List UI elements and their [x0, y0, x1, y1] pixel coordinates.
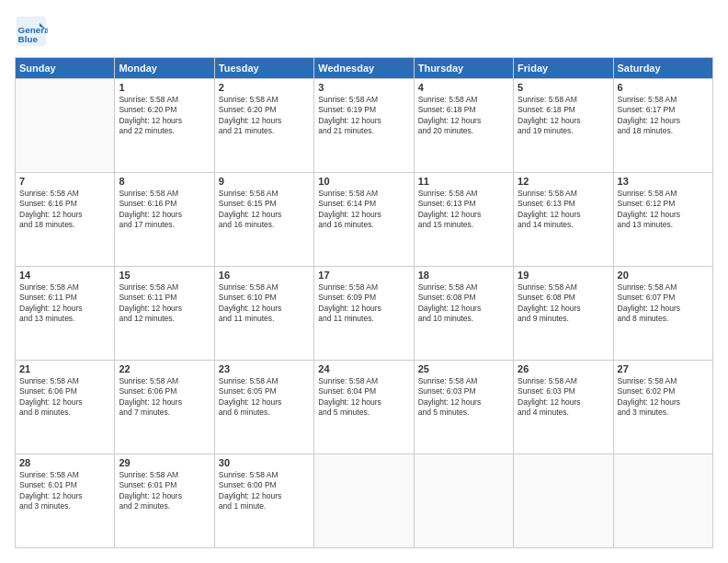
day-info: Sunrise: 5:58 AM Sunset: 6:19 PM Dayligh…	[318, 95, 409, 137]
day-info: Sunrise: 5:58 AM Sunset: 6:14 PM Dayligh…	[318, 189, 409, 231]
day-number: 28	[19, 457, 110, 468]
day-info: Sunrise: 5:58 AM Sunset: 6:05 PM Dayligh…	[219, 376, 310, 419]
day-number: 14	[19, 270, 110, 281]
day-info: Sunrise: 5:58 AM Sunset: 6:15 PM Dayligh…	[219, 189, 310, 231]
day-info: Sunrise: 5:58 AM Sunset: 6:01 PM Dayligh…	[119, 470, 210, 512]
day-info: Sunrise: 5:58 AM Sunset: 6:20 PM Dayligh…	[119, 95, 210, 137]
day-info: Sunrise: 5:58 AM Sunset: 6:16 PM Dayligh…	[19, 189, 110, 231]
day-number: 10	[318, 176, 409, 187]
day-number: 16	[219, 270, 310, 281]
calendar-day-cell: 26Sunrise: 5:58 AM Sunset: 6:03 PM Dayli…	[514, 361, 613, 454]
calendar-header-cell: Sunday	[16, 58, 115, 79]
calendar-day-cell: 10Sunrise: 5:58 AM Sunset: 6:14 PM Dayli…	[314, 173, 414, 267]
calendar-week-row: 14Sunrise: 5:58 AM Sunset: 6:11 PM Dayli…	[16, 267, 713, 361]
day-info: Sunrise: 5:58 AM Sunset: 6:08 PM Dayligh…	[418, 282, 509, 325]
day-number: 18	[418, 270, 509, 281]
calendar-day-cell	[414, 454, 513, 548]
calendar-day-cell: 12Sunrise: 5:58 AM Sunset: 6:13 PM Dayli…	[514, 173, 613, 267]
calendar-header-cell: Friday	[514, 58, 613, 79]
svg-text:Blue: Blue	[18, 34, 39, 44]
calendar-day-cell: 7Sunrise: 5:58 AM Sunset: 6:16 PM Daylig…	[16, 173, 115, 267]
day-number: 5	[518, 82, 609, 93]
day-number: 24	[318, 363, 409, 374]
day-info: Sunrise: 5:58 AM Sunset: 6:10 PM Dayligh…	[219, 282, 310, 325]
day-info: Sunrise: 5:58 AM Sunset: 6:03 PM Dayligh…	[518, 376, 609, 419]
day-info: Sunrise: 5:58 AM Sunset: 6:11 PM Dayligh…	[19, 282, 110, 325]
day-info: Sunrise: 5:58 AM Sunset: 6:06 PM Dayligh…	[19, 376, 110, 419]
day-info: Sunrise: 5:58 AM Sunset: 6:12 PM Dayligh…	[618, 189, 709, 231]
calendar-day-cell: 3Sunrise: 5:58 AM Sunset: 6:19 PM Daylig…	[314, 79, 414, 173]
calendar-day-cell: 13Sunrise: 5:58 AM Sunset: 6:12 PM Dayli…	[613, 173, 712, 267]
day-number: 15	[119, 270, 210, 281]
day-number: 12	[518, 176, 609, 187]
calendar-day-cell: 18Sunrise: 5:58 AM Sunset: 6:08 PM Dayli…	[414, 267, 513, 361]
calendar-header-cell: Thursday	[414, 58, 513, 79]
day-number: 20	[618, 270, 709, 281]
calendar-day-cell: 19Sunrise: 5:58 AM Sunset: 6:08 PM Dayli…	[514, 267, 613, 361]
day-info: Sunrise: 5:58 AM Sunset: 6:11 PM Dayligh…	[119, 282, 210, 325]
day-info: Sunrise: 5:58 AM Sunset: 6:09 PM Dayligh…	[318, 282, 409, 325]
day-number: 19	[518, 270, 609, 281]
day-info: Sunrise: 5:58 AM Sunset: 6:02 PM Dayligh…	[618, 376, 709, 419]
day-info: Sunrise: 5:58 AM Sunset: 6:01 PM Dayligh…	[19, 470, 110, 512]
day-info: Sunrise: 5:58 AM Sunset: 6:18 PM Dayligh…	[518, 95, 609, 137]
day-number: 13	[618, 176, 709, 187]
day-number: 4	[418, 82, 509, 93]
day-number: 23	[219, 363, 310, 374]
day-info: Sunrise: 5:58 AM Sunset: 6:06 PM Dayligh…	[119, 376, 210, 419]
day-number: 3	[318, 82, 409, 93]
calendar-day-cell: 23Sunrise: 5:58 AM Sunset: 6:05 PM Dayli…	[214, 361, 313, 454]
logo-icon: General Blue	[15, 15, 48, 48]
calendar-week-row: 7Sunrise: 5:58 AM Sunset: 6:16 PM Daylig…	[16, 173, 713, 267]
calendar-day-cell: 25Sunrise: 5:58 AM Sunset: 6:03 PM Dayli…	[414, 361, 513, 454]
day-info: Sunrise: 5:58 AM Sunset: 6:08 PM Dayligh…	[518, 282, 609, 325]
calendar-day-cell: 22Sunrise: 5:58 AM Sunset: 6:06 PM Dayli…	[115, 361, 214, 454]
day-info: Sunrise: 5:58 AM Sunset: 6:16 PM Dayligh…	[119, 189, 210, 231]
calendar-header-cell: Saturday	[613, 58, 712, 79]
calendar-day-cell: 20Sunrise: 5:58 AM Sunset: 6:07 PM Dayli…	[613, 267, 712, 361]
calendar-day-cell: 5Sunrise: 5:58 AM Sunset: 6:18 PM Daylig…	[514, 79, 613, 173]
day-number: 21	[19, 363, 110, 374]
calendar-day-cell: 30Sunrise: 5:58 AM Sunset: 6:00 PM Dayli…	[214, 454, 313, 548]
calendar-day-cell: 16Sunrise: 5:58 AM Sunset: 6:10 PM Dayli…	[214, 267, 313, 361]
page: General Blue SundayMondayTuesdayWednesda…	[0, 0, 728, 563]
day-number: 27	[618, 363, 709, 374]
calendar-day-cell: 24Sunrise: 5:58 AM Sunset: 6:04 PM Dayli…	[314, 361, 414, 454]
day-number: 2	[219, 82, 310, 93]
day-info: Sunrise: 5:58 AM Sunset: 6:00 PM Dayligh…	[219, 470, 310, 512]
calendar-day-cell	[16, 79, 115, 173]
calendar-header-cell: Tuesday	[214, 58, 313, 79]
calendar-day-cell: 17Sunrise: 5:58 AM Sunset: 6:09 PM Dayli…	[314, 267, 414, 361]
day-number: 17	[318, 270, 409, 281]
day-info: Sunrise: 5:58 AM Sunset: 6:18 PM Dayligh…	[418, 95, 509, 137]
calendar-week-row: 21Sunrise: 5:58 AM Sunset: 6:06 PM Dayli…	[16, 361, 713, 454]
calendar-header-cell: Wednesday	[314, 58, 414, 79]
calendar-day-cell: 6Sunrise: 5:58 AM Sunset: 6:17 PM Daylig…	[613, 79, 712, 173]
calendar-day-cell: 27Sunrise: 5:58 AM Sunset: 6:02 PM Dayli…	[613, 361, 712, 454]
calendar-week-row: 28Sunrise: 5:58 AM Sunset: 6:01 PM Dayli…	[16, 454, 713, 548]
calendar-day-cell: 15Sunrise: 5:58 AM Sunset: 6:11 PM Dayli…	[115, 267, 214, 361]
calendar-day-cell	[314, 454, 414, 548]
day-info: Sunrise: 5:58 AM Sunset: 6:04 PM Dayligh…	[318, 376, 409, 419]
calendar-day-cell	[514, 454, 613, 548]
day-number: 7	[19, 176, 110, 187]
calendar-table: SundayMondayTuesdayWednesdayThursdayFrid…	[15, 57, 713, 548]
header: General Blue	[15, 15, 713, 48]
day-number: 26	[518, 363, 609, 374]
day-info: Sunrise: 5:58 AM Sunset: 6:13 PM Dayligh…	[518, 189, 609, 231]
calendar-day-cell	[613, 454, 712, 548]
day-number: 8	[119, 176, 210, 187]
day-info: Sunrise: 5:58 AM Sunset: 6:17 PM Dayligh…	[618, 95, 709, 137]
day-number: 25	[418, 363, 509, 374]
day-info: Sunrise: 5:58 AM Sunset: 6:20 PM Dayligh…	[219, 95, 310, 137]
day-info: Sunrise: 5:58 AM Sunset: 6:07 PM Dayligh…	[618, 282, 709, 325]
day-number: 29	[119, 457, 210, 468]
day-number: 6	[618, 82, 709, 93]
calendar-day-cell: 9Sunrise: 5:58 AM Sunset: 6:15 PM Daylig…	[214, 173, 313, 267]
day-info: Sunrise: 5:58 AM Sunset: 6:13 PM Dayligh…	[418, 189, 509, 231]
calendar-week-row: 1Sunrise: 5:58 AM Sunset: 6:20 PM Daylig…	[16, 79, 713, 173]
calendar-day-cell: 1Sunrise: 5:58 AM Sunset: 6:20 PM Daylig…	[115, 79, 214, 173]
calendar-day-cell: 8Sunrise: 5:58 AM Sunset: 6:16 PM Daylig…	[115, 173, 214, 267]
calendar-day-cell: 21Sunrise: 5:58 AM Sunset: 6:06 PM Dayli…	[16, 361, 115, 454]
calendar-body: 1Sunrise: 5:58 AM Sunset: 6:20 PM Daylig…	[16, 79, 713, 548]
